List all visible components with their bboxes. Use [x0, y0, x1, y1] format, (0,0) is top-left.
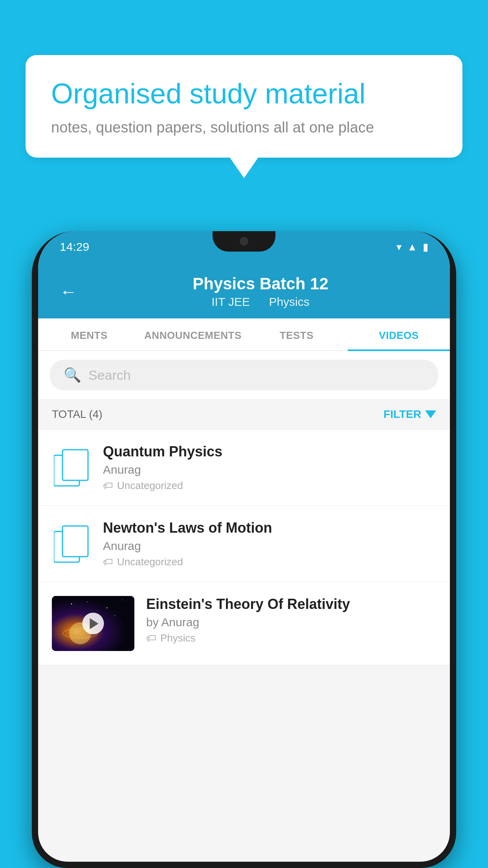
item-tag: 🏷 Uncategorized: [103, 556, 436, 568]
item-info: Quantum Physics Anurag 🏷 Uncategorized: [103, 443, 436, 492]
search-bar-wrapper: 🔍 Search: [38, 351, 450, 399]
tab-ments[interactable]: MENTS: [38, 318, 140, 350]
svg-rect-3: [62, 526, 88, 557]
item-title: Quantum Physics: [103, 443, 436, 460]
svg-point-9: [114, 615, 115, 616]
list-item-thumbnail[interactable]: Einstein's Theory Of Relativity by Anura…: [38, 582, 450, 665]
play-button[interactable]: [83, 613, 104, 634]
filter-button[interactable]: FILTER: [383, 408, 436, 421]
file-icon: [54, 524, 89, 564]
item-title: Newton's Laws of Motion: [103, 520, 436, 536]
status-time: 14:29: [60, 240, 89, 254]
header-subtitle-part2: Physics: [269, 295, 309, 308]
phone-screen: 14:29 ▾ ▲ ▮ ← Physics Batch 12 IIT JEE P…: [38, 231, 450, 862]
video-tag: 🏷 Physics: [146, 632, 436, 644]
content-list: Quantum Physics Anurag 🏷 Uncategorized: [38, 430, 450, 665]
search-placeholder-text: Search: [88, 368, 131, 383]
thumbnail-wrap: [52, 596, 134, 651]
play-icon: [90, 618, 98, 629]
tab-announcements[interactable]: ANNOUNCEMENTS: [140, 318, 246, 350]
filter-icon: [425, 410, 436, 418]
filter-row: TOTAL (4) FILTER: [38, 399, 450, 430]
svg-point-5: [71, 603, 72, 605]
wifi-icon: ▾: [396, 241, 402, 253]
thumbnail-info: Einstein's Theory Of Relativity by Anura…: [146, 596, 436, 644]
svg-point-7: [106, 607, 108, 609]
tag-icon: 🏷: [103, 480, 113, 492]
tabs-bar: MENTS ANNOUNCEMENTS TESTS VIDEOS: [38, 318, 450, 351]
filter-label: FILTER: [383, 408, 421, 421]
header-subtitle: IIT JEE Physics: [93, 295, 428, 309]
notch: [213, 231, 275, 252]
signal-icon: ▲: [407, 241, 417, 253]
search-bar[interactable]: 🔍 Search: [50, 360, 438, 390]
phone-frame: 14:29 ▾ ▲ ▮ ← Physics Batch 12 IIT JEE P…: [32, 231, 456, 868]
tag-label: Uncategorized: [117, 480, 183, 492]
header-title-block: Physics Batch 12 IIT JEE Physics: [93, 274, 428, 309]
item-icon-wrap: [52, 446, 91, 489]
app-header: ← Physics Batch 12 IIT JEE Physics: [38, 263, 450, 318]
video-title: Einstein's Theory Of Relativity: [146, 596, 436, 612]
speech-bubble: Organised study material notes, question…: [26, 55, 462, 158]
list-item[interactable]: Newton's Laws of Motion Anurag 🏷 Uncateg…: [38, 506, 450, 582]
tag-label: Uncategorized: [117, 556, 183, 568]
header-title: Physics Batch 12: [93, 274, 428, 293]
tab-tests[interactable]: TESTS: [246, 318, 348, 350]
total-count-label: TOTAL (4): [52, 408, 103, 421]
svg-rect-1: [62, 450, 88, 480]
camera-dot: [240, 237, 248, 246]
item-author: Anurag: [103, 539, 436, 553]
svg-point-6: [87, 601, 88, 602]
status-bar: 14:29 ▾ ▲ ▮: [38, 231, 450, 263]
item-tag: 🏷 Uncategorized: [103, 480, 436, 492]
battery-icon: ▮: [423, 241, 428, 253]
list-item[interactable]: Quantum Physics Anurag 🏷 Uncategorized: [38, 430, 450, 506]
header-subtitle-part1: IIT JEE: [211, 295, 250, 308]
item-info: Newton's Laws of Motion Anurag 🏷 Uncateg…: [103, 520, 436, 568]
item-icon-wrap: [52, 522, 91, 566]
tag-label: Physics: [160, 632, 196, 644]
speech-bubble-wrapper: Organised study material notes, question…: [26, 55, 462, 158]
status-icons: ▾ ▲ ▮: [396, 241, 428, 253]
tag-icon: 🏷: [146, 632, 156, 644]
item-author: Anurag: [103, 463, 436, 476]
svg-point-8: [122, 600, 123, 600]
search-icon: 🔍: [64, 367, 81, 383]
bubble-subtitle: notes, question papers, solutions all at…: [51, 119, 437, 136]
video-author: by Anurag: [146, 616, 436, 629]
back-button[interactable]: ←: [60, 282, 77, 302]
file-icon: [54, 448, 89, 487]
tab-videos[interactable]: VIDEOS: [348, 318, 450, 350]
bubble-title: Organised study material: [51, 77, 437, 110]
tag-icon: 🏷: [103, 556, 113, 568]
